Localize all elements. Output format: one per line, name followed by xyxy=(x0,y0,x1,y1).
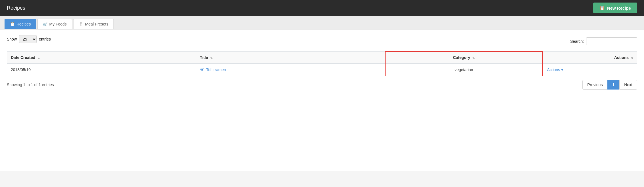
table-footer: Showing 1 to 1 of 1 entries Previous 1 N… xyxy=(7,80,637,90)
new-recipe-label: New Recipe xyxy=(607,6,631,10)
showing-text: Showing 1 to 1 of 1 entries xyxy=(7,82,54,87)
meal-presets-tab-icon: 🍴 xyxy=(79,22,83,26)
th-category[interactable]: Category ⇅ xyxy=(385,52,543,64)
search-area: Search: xyxy=(570,37,637,45)
table-header-row: Date Created ▲ Title ⇅ Category ⇅ Action… xyxy=(7,52,637,64)
table-row: 2018/05/10 👁 Tofu ramen vegetarian Actio… xyxy=(7,63,637,76)
next-button[interactable]: Next xyxy=(619,80,637,90)
sort-icon-date: ▲ xyxy=(37,56,40,60)
new-recipe-icon: 📋 xyxy=(599,5,605,10)
entries-select[interactable]: 25 50 100 xyxy=(19,35,37,43)
recipes-tab-icon: 📋 xyxy=(10,22,15,26)
previous-button[interactable]: Previous xyxy=(582,80,607,90)
my-foods-tab-label: My Foods xyxy=(49,22,67,26)
th-title[interactable]: Title ⇅ xyxy=(196,52,385,64)
dropdown-arrow-icon: ▾ xyxy=(561,67,563,72)
show-label: Show xyxy=(7,37,17,41)
eye-icon: 👁 xyxy=(200,67,205,72)
tab-my-foods[interactable]: 🛒 My Foods xyxy=(37,19,72,29)
top-bar: Recipes 📋 New Recipe xyxy=(0,0,644,16)
app-title: Recipes xyxy=(7,5,25,11)
entries-label: entries xyxy=(39,37,51,41)
sort-icon-actions: ⇅ xyxy=(631,56,633,60)
main-content: Show 25 50 100 entries Search: Date Crea… xyxy=(0,29,644,171)
tab-bar: 📋 Recipes 🛒 My Foods 🍴 Meal Presets xyxy=(0,16,644,29)
tab-meal-presets[interactable]: 🍴 Meal Presets xyxy=(73,19,114,29)
td-date-created: 2018/05/10 xyxy=(7,63,196,76)
td-category: vegetarian xyxy=(385,63,543,76)
recipes-tab-label: Recipes xyxy=(16,22,31,26)
td-actions: Actions ▾ xyxy=(543,63,637,76)
tab-recipes[interactable]: 📋 Recipes xyxy=(5,19,36,29)
show-entries-row: Show 25 50 100 entries xyxy=(7,35,51,43)
sort-icon-category: ⇅ xyxy=(472,56,475,60)
page-1-button[interactable]: 1 xyxy=(607,80,619,90)
table-controls: Show 25 50 100 entries Search: xyxy=(7,35,637,48)
th-date-created[interactable]: Date Created ▲ xyxy=(7,52,196,64)
new-recipe-button[interactable]: 📋 New Recipe xyxy=(593,3,637,13)
meal-presets-tab-label: Meal Presets xyxy=(85,22,108,26)
th-actions[interactable]: Actions ⇅ xyxy=(543,52,637,64)
td-title: 👁 Tofu ramen xyxy=(196,63,385,76)
data-table: Date Created ▲ Title ⇅ Category ⇅ Action… xyxy=(7,51,637,76)
search-input[interactable] xyxy=(586,37,637,45)
recipe-title-link[interactable]: 👁 Tofu ramen xyxy=(200,67,381,72)
search-label: Search: xyxy=(570,39,584,44)
my-foods-tab-icon: 🛒 xyxy=(43,22,48,26)
actions-dropdown-button[interactable]: Actions ▾ xyxy=(547,67,563,72)
pagination: Previous 1 Next xyxy=(582,80,637,90)
sort-icon-title: ⇅ xyxy=(210,56,212,60)
